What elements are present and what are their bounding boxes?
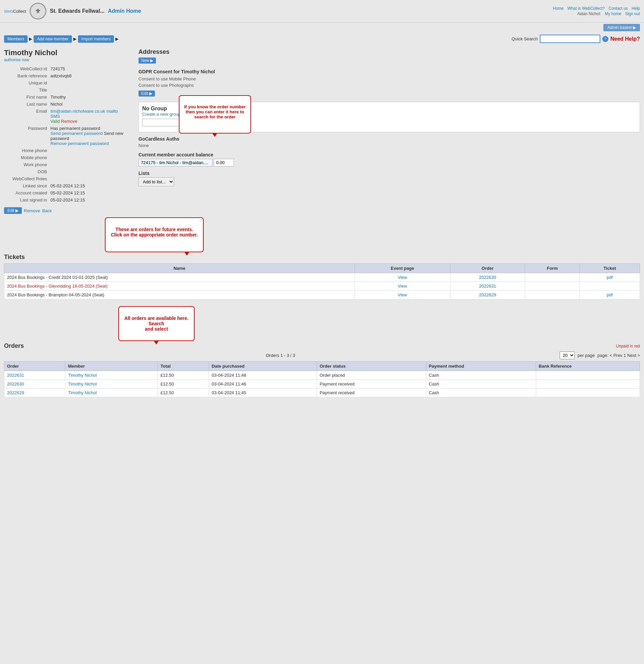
ticket-pdf-link[interactable]: pdf	[607, 292, 613, 297]
order-payment: Cash	[426, 371, 536, 380]
quick-search-input[interactable]	[540, 35, 600, 43]
webcollect-id-label: WebCollect id	[5, 66, 48, 72]
password-label: Password	[5, 125, 48, 147]
nav-home[interactable]: Home	[553, 6, 564, 11]
nav-help[interactable]: Help	[631, 6, 640, 11]
order-total: £12.50	[158, 371, 209, 380]
right-column: Addresses New ▶ GDPR Consent for Timothy…	[138, 48, 640, 214]
order-bank-ref	[536, 380, 640, 389]
email-sms-link[interactable]: SMS	[50, 114, 60, 119]
search-order-tooltip: If you know the order number then you ca…	[179, 95, 251, 133]
pagination: page: < Prev 1 Next >	[598, 353, 640, 358]
quick-search-help[interactable]: ?	[602, 36, 608, 42]
email-value: tim@aidan.nicholware.co.uk mailto SMS Va…	[49, 108, 131, 124]
need-help-link[interactable]: Need Help?	[610, 36, 640, 42]
header-left: WebCollect ⚜ St. Edwards Fellwal... Admi…	[4, 3, 141, 20]
site-logo-icon: ⚜	[29, 3, 46, 20]
orders-tooltip: All orders are available here. Search an…	[118, 306, 195, 341]
nav-contact[interactable]: Contact us	[609, 6, 628, 11]
lists-section: Lists Add to list...List 1List 2	[138, 170, 640, 186]
ticket-pdf-link[interactable]: pdf	[607, 275, 613, 280]
unique-id-row: Unique id	[5, 80, 131, 86]
gdpr-section: GDPR Consent for Timothy Nichol Consent …	[138, 69, 640, 97]
member-edit-button[interactable]: Edit ▶	[4, 207, 22, 214]
ticket-ticket	[580, 282, 640, 291]
addresses-new-button[interactable]: New ▶	[138, 58, 156, 64]
tickets-col-form: Form	[525, 264, 580, 273]
linked-since-value: 05-02-2024 12:15	[49, 183, 131, 189]
breadcrumb-add-member[interactable]: Add new member	[34, 35, 72, 43]
ticket-view-link[interactable]: View	[398, 275, 407, 280]
create-group-link[interactable]: Create a new group	[142, 112, 180, 117]
order-number: 2022630	[4, 380, 65, 389]
ticket-view-link[interactable]: View	[398, 292, 407, 297]
member-action-row: Edit ▶ Remove Back	[4, 207, 132, 214]
account-created-label: Account created	[5, 190, 48, 196]
breadcrumb-import[interactable]: Import members	[78, 35, 114, 43]
admin-basket-bar: Admin basket ▶	[0, 23, 644, 33]
order-total: £12.50	[158, 380, 209, 389]
logo-collect: Collect	[13, 9, 26, 14]
email-remove-link[interactable]: Remove	[61, 119, 77, 124]
roles-value	[49, 175, 131, 182]
logo-web: Web	[4, 9, 13, 14]
ticket-order-link[interactable]: 2022629	[479, 292, 496, 297]
email-label: Email	[5, 108, 48, 124]
order-date: 03-04-2024 11:46	[209, 380, 317, 389]
unpaid-label: Unpaid in red	[616, 344, 640, 349]
authorise-now-link[interactable]: authorise now	[4, 58, 29, 62]
table-row: 2022631 Timothy Nichol £12.50 03-04-2024…	[4, 371, 640, 380]
orders-tooltip-text: All orders are available here. Search an…	[124, 315, 189, 332]
order-status: Payment received	[317, 389, 426, 397]
breadcrumb-members[interactable]: Members	[4, 35, 27, 43]
per-page-select[interactable]: 20	[560, 352, 575, 359]
title-value	[49, 87, 131, 93]
breadcrumb-nav: Members ▶ Add new member ▶ Import member…	[4, 35, 119, 43]
order-link[interactable]: 2022629	[7, 390, 24, 395]
mobile-phone-value	[49, 154, 131, 161]
email-primary-link[interactable]: tim@aidan.nicholware.co.uk	[50, 109, 105, 114]
tickets-header-row: Name Event page Order Form Ticket	[4, 264, 640, 273]
account-created-value: 05-02-2024 12:15	[49, 190, 131, 196]
balance-section: Current member account balance	[138, 152, 640, 166]
ticket-order-link[interactable]: 2022630	[479, 275, 496, 280]
admin-home-link[interactable]: Admin Home	[108, 8, 141, 14]
order-link[interactable]: 2022630	[7, 381, 24, 387]
header-nav-top: Home What is WebCollect? Contact us Help	[550, 6, 640, 11]
addresses-section: Addresses New ▶	[138, 48, 640, 64]
last-name-row: Last name Nichol	[5, 101, 131, 107]
tooltip-arrow-down	[212, 133, 217, 137]
member-name: Timothy Nichol	[4, 48, 132, 57]
member-remove-link[interactable]: Remove	[24, 208, 40, 213]
member-link[interactable]: Timothy Nichol	[68, 373, 96, 378]
nav-my-home[interactable]: My home	[605, 12, 621, 16]
balance-amount-input[interactable]	[214, 159, 234, 166]
balance-account-input[interactable]	[138, 159, 212, 166]
gdpr-title: GDPR Consent for Timothy Nichol	[138, 69, 640, 74]
orders-count: Orders 1 - 3 / 3	[4, 353, 557, 358]
password-has-text: Has permanent password	[50, 126, 100, 131]
orders-col-date: Date purchased	[209, 361, 317, 371]
email-mailto-link[interactable]: mailto	[106, 109, 118, 114]
member-back-link[interactable]: Back	[42, 208, 52, 213]
ticket-view-link[interactable]: View	[398, 284, 407, 289]
breadcrumb-sep2: ▶	[73, 36, 77, 41]
send-permanent-password-link[interactable]: Send permanent password	[50, 131, 103, 136]
remove-permanent-password-link[interactable]: Remove permanent password	[50, 141, 109, 146]
ticket-order-link[interactable]: 2022631	[479, 284, 496, 289]
nav-what[interactable]: What is WebCollect?	[567, 6, 605, 11]
gdpr-edit-button[interactable]: Edit ▶	[138, 90, 155, 97]
dob-value	[49, 168, 131, 175]
nav-sign-out[interactable]: Sign out	[625, 12, 640, 16]
first-name-row: First name Timothy	[5, 94, 131, 100]
order-link[interactable]: 2022631	[7, 373, 24, 378]
password-row: Password Has permanent password Send per…	[5, 125, 131, 147]
member-link[interactable]: Timothy Nichol	[68, 390, 96, 395]
tickets-col-event: Event page	[355, 264, 450, 273]
add-to-list-select[interactable]: Add to list...List 1List 2	[138, 177, 174, 186]
ticket-order: 2022631	[450, 282, 525, 291]
member-link[interactable]: Timothy Nichol	[68, 381, 96, 387]
admin-basket-button[interactable]: Admin basket ▶	[603, 24, 640, 31]
ticket-event-page: View	[355, 273, 450, 282]
last-signed-in-row: Last signed in 05-02-2024 12:15	[5, 197, 131, 203]
